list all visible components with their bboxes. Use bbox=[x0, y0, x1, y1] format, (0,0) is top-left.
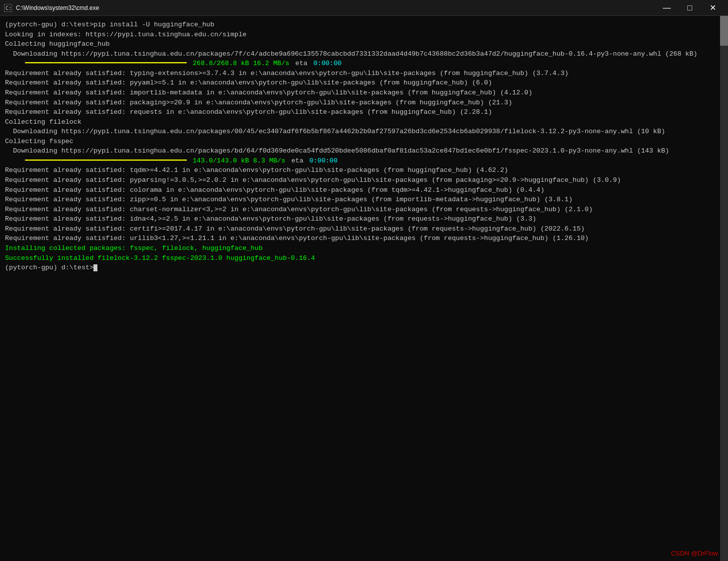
cmd-icon: C: bbox=[4, 4, 12, 12]
terminal-line: Requirement already satisfied: typing-ex… bbox=[5, 69, 723, 79]
scrollbar[interactable] bbox=[720, 16, 728, 561]
minimize-button[interactable]: — bbox=[655, 0, 678, 16]
terminal-line: Requirement already satisfied: requests … bbox=[5, 107, 723, 117]
terminal-prompt-line: (pytorch-gpu) d:\test> bbox=[5, 263, 723, 273]
terminal-line: Requirement already satisfied: colorama … bbox=[5, 185, 723, 195]
progress-bar: ━━━━━━━━━━━━━━━━━━━━━━━━━━━━━━━━━━━━━━━━ bbox=[5, 59, 187, 69]
maximize-button[interactable]: □ bbox=[678, 0, 701, 16]
eta-value: 0:00:00 bbox=[314, 59, 342, 69]
progress-bar: ━━━━━━━━━━━━━━━━━━━━━━━━━━━━━━━━━━━━━━━━ bbox=[5, 156, 187, 166]
terminal-line: Requirement already satisfied: importlib… bbox=[5, 88, 723, 98]
watermark: CSDN @DrFlow bbox=[671, 550, 718, 557]
eta-label: eta bbox=[291, 59, 312, 69]
window-title: C:\Windows\system32\cmd.exe bbox=[16, 4, 655, 11]
terminal-line: Requirement already satisfied: pyparsing… bbox=[5, 175, 723, 185]
close-button[interactable]: ✕ bbox=[701, 0, 724, 16]
eta-value: 0:00:00 bbox=[310, 156, 338, 166]
terminal-line: Downloading https://pypi.tuna.tsinghua.e… bbox=[5, 146, 723, 156]
terminal-line: Installing collected packages: fsspec, f… bbox=[5, 243, 723, 253]
terminal-line: Requirement already satisfied: zipp>=0.5… bbox=[5, 195, 723, 205]
progress-stats: 143.0/143.0 kB 8.3 MB/s bbox=[189, 156, 285, 166]
terminal-line: Downloading https://pypi.tuna.tsinghua.e… bbox=[5, 127, 723, 137]
window-controls: — □ ✕ bbox=[655, 0, 724, 16]
svg-text:C:: C: bbox=[5, 5, 11, 11]
terminal-line: Requirement already satisfied: urllib3<1… bbox=[5, 234, 723, 243]
terminal-line: Requirement already satisfied: pyyaml>=5… bbox=[5, 78, 723, 88]
terminal-content: (pytorch-gpu) d:\test>pip install -U hug… bbox=[5, 20, 723, 273]
terminal-line: Successfully installed filelock-3.12.2 f… bbox=[5, 253, 723, 263]
terminal-line: Collecting huggingface_hub bbox=[5, 39, 723, 49]
terminal-body: (pytorch-gpu) d:\test>pip install -U hug… bbox=[0, 16, 728, 561]
terminal-line: Collecting fsspec bbox=[5, 137, 723, 147]
progress-line: ━━━━━━━━━━━━━━━━━━━━━━━━━━━━━━━━━━━━━━━━… bbox=[5, 59, 723, 69]
eta-label: eta bbox=[287, 156, 308, 166]
cmd-window: C: C:\Windows\system32\cmd.exe — □ ✕ (py… bbox=[0, 0, 728, 561]
title-bar: C: C:\Windows\system32\cmd.exe — □ ✕ bbox=[0, 0, 728, 16]
terminal-line: Downloading https://pypi.tuna.tsinghua.e… bbox=[5, 49, 723, 59]
terminal-line: Requirement already satisfied: charset-n… bbox=[5, 205, 723, 215]
progress-line: ━━━━━━━━━━━━━━━━━━━━━━━━━━━━━━━━━━━━━━━━… bbox=[5, 156, 723, 166]
terminal-line: Requirement already satisfied: packaging… bbox=[5, 98, 723, 108]
terminal-line: Looking in indexes: https://pypi.tuna.ts… bbox=[5, 30, 723, 40]
terminal-line: (pytorch-gpu) d:\test>pip install -U hug… bbox=[5, 20, 723, 30]
terminal-prompt: (pytorch-gpu) d:\test> bbox=[5, 264, 93, 271]
terminal-line: Requirement already satisfied: tqdm>=4.4… bbox=[5, 165, 723, 175]
terminal-line: Requirement already satisfied: certifi>=… bbox=[5, 224, 723, 234]
terminal-line: Requirement already satisfied: idna<4,>=… bbox=[5, 214, 723, 224]
terminal-line: Collecting filelock bbox=[5, 117, 723, 127]
progress-stats: 268.8/268.8 kB 16.2 MB/s bbox=[189, 59, 290, 69]
terminal-cursor bbox=[93, 264, 97, 271]
scrollbar-thumb[interactable] bbox=[720, 16, 728, 46]
